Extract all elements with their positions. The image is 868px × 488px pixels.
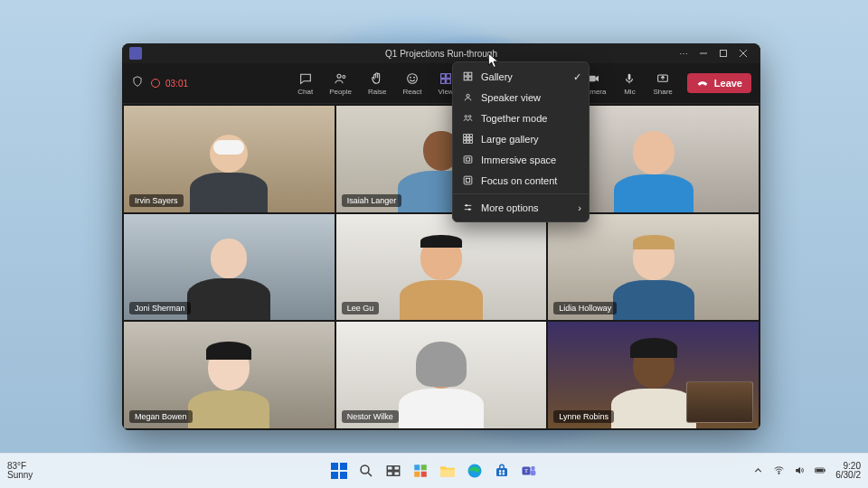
- chat-icon: [298, 71, 313, 86]
- people-label: People: [329, 88, 352, 96]
- view-menu-focus[interactable]: Focus on content: [453, 170, 589, 191]
- svg-point-6: [408, 73, 418, 83]
- meeting-window: Q1 Projections Run-through ⋯ 03:01 Chat …: [122, 43, 760, 430]
- svg-rect-12: [447, 79, 451, 83]
- svg-rect-67: [499, 470, 501, 472]
- view-menu-immersive[interactable]: Immersive space: [453, 149, 589, 170]
- widgets-button[interactable]: [410, 461, 430, 481]
- svg-point-4: [337, 74, 341, 78]
- svg-rect-26: [464, 72, 467, 76]
- svg-rect-70: [503, 473, 505, 474]
- view-menu: Gallery ✓ Speaker view Together mode Lar…: [452, 61, 590, 222]
- sliders-icon: [462, 202, 474, 213]
- svg-rect-34: [467, 135, 469, 137]
- svg-rect-9: [441, 73, 446, 78]
- svg-rect-52: [331, 472, 338, 479]
- chat-button[interactable]: Chat: [290, 70, 320, 98]
- share-label: Share: [653, 88, 672, 96]
- menu-label: Immersive space: [481, 155, 556, 165]
- svg-rect-74: [531, 470, 536, 475]
- svg-rect-59: [394, 472, 400, 476]
- view-menu-more-options[interactable]: More options ›: [453, 197, 589, 218]
- svg-rect-62: [414, 472, 420, 477]
- weather-condition: Sunny: [7, 471, 33, 481]
- immersive-icon: [462, 154, 474, 165]
- svg-rect-40: [467, 141, 469, 144]
- participant-tile[interactable]: Megan Bowen: [124, 322, 335, 428]
- edge-button[interactable]: [465, 461, 485, 481]
- svg-rect-36: [464, 137, 467, 140]
- participant-name: Lynne Robins: [553, 410, 614, 423]
- svg-rect-77: [816, 469, 824, 472]
- self-preview[interactable]: [686, 381, 753, 423]
- leave-button[interactable]: Leave: [687, 73, 751, 93]
- svg-rect-39: [464, 141, 467, 144]
- svg-rect-78: [825, 469, 826, 471]
- view-menu-large-gallery[interactable]: Large gallery: [453, 128, 589, 149]
- menu-label: Focus on content: [481, 175, 557, 186]
- titlebar: Q1 Projections Run-through ⋯: [122, 43, 760, 63]
- start-button[interactable]: [329, 461, 349, 481]
- svg-point-31: [465, 116, 467, 117]
- react-button[interactable]: React: [396, 70, 429, 98]
- svg-rect-61: [421, 465, 427, 470]
- cursor-pointer-icon: [486, 52, 501, 74]
- participant-name: Lee Gu: [342, 302, 380, 314]
- file-explorer-button[interactable]: [438, 461, 458, 481]
- react-label: React: [403, 88, 422, 96]
- chevron-right-icon: ›: [578, 202, 581, 213]
- svg-line-55: [368, 473, 372, 476]
- participant-name: Irvin Sayers: [129, 194, 184, 207]
- share-icon: [656, 71, 670, 86]
- svg-rect-35: [470, 135, 473, 137]
- svg-point-8: [414, 77, 415, 78]
- svg-rect-63: [421, 472, 427, 477]
- participant-tile[interactable]: Lee Gu: [336, 214, 547, 321]
- participant-name: Megan Bowen: [129, 410, 193, 423]
- participant-tile[interactable]: Irvin Sayers: [124, 106, 335, 212]
- menu-label: Together mode: [481, 113, 547, 124]
- svg-rect-42: [464, 156, 472, 164]
- participant-tile[interactable]: Nestor Wilke: [336, 322, 547, 428]
- raise-hand-button[interactable]: Raise: [361, 70, 393, 98]
- view-menu-speaker[interactable]: Speaker view: [453, 87, 589, 108]
- people-button[interactable]: People: [322, 70, 359, 98]
- share-button[interactable]: Share: [646, 70, 679, 98]
- svg-rect-41: [470, 141, 473, 144]
- recording-indicator: 03:01: [151, 79, 188, 89]
- participant-tile[interactable]: Lidia Holloway: [548, 214, 759, 321]
- search-button[interactable]: [356, 461, 376, 481]
- svg-rect-43: [466, 158, 469, 161]
- svg-rect-33: [464, 135, 467, 137]
- tray-chevron-icon[interactable]: [752, 465, 764, 478]
- participant-name: Lidia Holloway: [553, 302, 617, 314]
- shield-icon: [131, 75, 144, 91]
- svg-rect-37: [467, 137, 469, 140]
- leave-label: Leave: [714, 78, 742, 89]
- svg-point-7: [410, 77, 411, 78]
- view-menu-gallery[interactable]: Gallery ✓: [453, 66, 589, 87]
- menu-divider: [453, 193, 589, 194]
- menu-label: Large gallery: [481, 134, 539, 145]
- svg-rect-69: [499, 473, 501, 474]
- svg-point-32: [468, 116, 470, 117]
- mic-label: Mic: [624, 88, 635, 96]
- participant-tile[interactable]: Joni Sherman: [124, 214, 335, 321]
- wifi-icon[interactable]: [773, 465, 785, 478]
- svg-point-75: [778, 473, 779, 474]
- view-menu-together[interactable]: Together mode: [453, 108, 589, 128]
- focus-icon: [462, 174, 474, 186]
- weather-widget[interactable]: 83°F Sunny: [7, 462, 33, 481]
- svg-rect-60: [414, 465, 420, 470]
- mic-button[interactable]: Mic: [615, 70, 644, 98]
- svg-rect-53: [340, 472, 347, 479]
- battery-icon[interactable]: [815, 465, 826, 478]
- store-button[interactable]: [492, 461, 512, 481]
- task-view-button[interactable]: [383, 461, 403, 481]
- teams-button[interactable]: T: [519, 461, 539, 481]
- raise-label: Raise: [368, 88, 386, 96]
- volume-icon[interactable]: [794, 465, 806, 478]
- people-icon: [334, 71, 348, 86]
- taskbar-clock[interactable]: 9:20 6/30/2: [835, 462, 861, 481]
- participant-tile[interactable]: Lynne Robins: [548, 322, 759, 428]
